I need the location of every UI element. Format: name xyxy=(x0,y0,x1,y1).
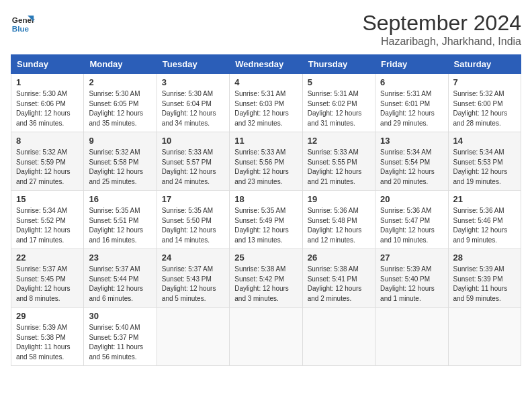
calendar-day: 3Sunrise: 5:30 AM Sunset: 6:04 PM Daylig… xyxy=(157,74,229,132)
weekday-thursday: Thursday xyxy=(302,55,375,74)
day-number: 11 xyxy=(234,136,297,146)
calendar-day: 7Sunrise: 5:32 AM Sunset: 6:00 PM Daylig… xyxy=(448,74,521,132)
weekday-header-row: SundayMondayTuesdayWednesdayThursdayFrid… xyxy=(11,55,521,74)
day-number: 13 xyxy=(380,136,443,146)
calendar-day: 20Sunrise: 5:36 AM Sunset: 5:47 PM Dayli… xyxy=(375,191,448,249)
day-info: Sunrise: 5:34 AM Sunset: 5:54 PM Dayligh… xyxy=(380,148,443,187)
day-info: Sunrise: 5:34 AM Sunset: 5:53 PM Dayligh… xyxy=(453,148,516,187)
calendar-day: 2Sunrise: 5:30 AM Sunset: 6:05 PM Daylig… xyxy=(84,74,157,132)
day-number: 14 xyxy=(453,136,516,146)
day-number: 7 xyxy=(453,77,516,87)
weekday-wednesday: Wednesday xyxy=(230,55,302,74)
calendar-day: 30Sunrise: 5:40 AM Sunset: 5:37 PM Dayli… xyxy=(84,308,157,366)
day-info: Sunrise: 5:35 AM Sunset: 5:49 PM Dayligh… xyxy=(234,206,297,245)
day-number: 5 xyxy=(308,77,370,87)
day-number: 8 xyxy=(16,136,79,146)
weekday-monday: Monday xyxy=(84,55,157,74)
day-number: 16 xyxy=(89,194,151,204)
calendar-day: 23Sunrise: 5:37 AM Sunset: 5:44 PM Dayli… xyxy=(84,249,157,308)
calendar-day: 13Sunrise: 5:34 AM Sunset: 5:54 PM Dayli… xyxy=(375,132,448,191)
day-number: 21 xyxy=(453,194,516,204)
day-number: 6 xyxy=(380,77,443,87)
calendar-day: 29Sunrise: 5:39 AM Sunset: 5:38 PM Dayli… xyxy=(11,308,84,366)
day-info: Sunrise: 5:39 AM Sunset: 5:39 PM Dayligh… xyxy=(453,265,516,304)
page-header: General Blue September 2024 Hazaribagh, … xyxy=(11,11,521,48)
calendar-day: 15Sunrise: 5:34 AM Sunset: 5:52 PM Dayli… xyxy=(11,191,84,249)
day-info: Sunrise: 5:38 AM Sunset: 5:42 PM Dayligh… xyxy=(234,265,297,304)
day-info: Sunrise: 5:30 AM Sunset: 6:06 PM Dayligh… xyxy=(16,89,79,128)
day-number: 25 xyxy=(234,253,297,263)
day-info: Sunrise: 5:38 AM Sunset: 5:41 PM Dayligh… xyxy=(308,265,370,304)
day-number: 24 xyxy=(162,253,224,263)
day-number: 30 xyxy=(89,311,151,321)
day-number: 27 xyxy=(380,253,443,263)
calendar-day xyxy=(230,308,302,366)
day-info: Sunrise: 5:31 AM Sunset: 6:03 PM Dayligh… xyxy=(234,89,297,128)
calendar-day xyxy=(302,308,375,366)
day-info: Sunrise: 5:31 AM Sunset: 6:01 PM Dayligh… xyxy=(380,89,443,128)
calendar-day: 6Sunrise: 5:31 AM Sunset: 6:01 PM Daylig… xyxy=(375,74,448,132)
day-number: 20 xyxy=(380,194,443,204)
title-block: September 2024 Hazaribagh, Jharkhand, In… xyxy=(362,11,521,48)
day-info: Sunrise: 5:36 AM Sunset: 5:48 PM Dayligh… xyxy=(308,206,370,245)
calendar-week-5: 29Sunrise: 5:39 AM Sunset: 5:38 PM Dayli… xyxy=(11,308,521,366)
calendar-day: 25Sunrise: 5:38 AM Sunset: 5:42 PM Dayli… xyxy=(230,249,302,308)
day-info: Sunrise: 5:33 AM Sunset: 5:56 PM Dayligh… xyxy=(234,148,297,187)
calendar-day: 4Sunrise: 5:31 AM Sunset: 6:03 PM Daylig… xyxy=(230,74,302,132)
calendar-day: 24Sunrise: 5:37 AM Sunset: 5:43 PM Dayli… xyxy=(157,249,229,308)
day-number: 28 xyxy=(453,253,516,263)
day-number: 18 xyxy=(234,194,297,204)
day-number: 3 xyxy=(162,77,224,87)
day-number: 29 xyxy=(16,311,79,321)
day-number: 17 xyxy=(162,194,224,204)
day-info: Sunrise: 5:33 AM Sunset: 5:55 PM Dayligh… xyxy=(308,148,370,187)
day-info: Sunrise: 5:36 AM Sunset: 5:47 PM Dayligh… xyxy=(380,206,443,245)
calendar-day: 10Sunrise: 5:33 AM Sunset: 5:57 PM Dayli… xyxy=(157,132,229,191)
day-info: Sunrise: 5:39 AM Sunset: 5:40 PM Dayligh… xyxy=(380,265,443,304)
calendar-day: 19Sunrise: 5:36 AM Sunset: 5:48 PM Dayli… xyxy=(302,191,375,249)
calendar-day: 9Sunrise: 5:32 AM Sunset: 5:58 PM Daylig… xyxy=(84,132,157,191)
day-number: 15 xyxy=(16,194,79,204)
calendar-day xyxy=(375,308,448,366)
weekday-sunday: Sunday xyxy=(11,55,84,74)
svg-text:Blue: Blue xyxy=(12,24,30,33)
day-info: Sunrise: 5:33 AM Sunset: 5:57 PM Dayligh… xyxy=(162,148,224,187)
day-info: Sunrise: 5:31 AM Sunset: 6:02 PM Dayligh… xyxy=(308,89,370,128)
day-number: 12 xyxy=(308,136,370,146)
logo-icon: General Blue xyxy=(11,11,35,35)
day-number: 10 xyxy=(162,136,224,146)
calendar-week-4: 22Sunrise: 5:37 AM Sunset: 5:45 PM Dayli… xyxy=(11,249,521,308)
calendar-body: 1Sunrise: 5:30 AM Sunset: 6:06 PM Daylig… xyxy=(11,74,521,366)
calendar-week-1: 1Sunrise: 5:30 AM Sunset: 6:06 PM Daylig… xyxy=(11,74,521,132)
day-info: Sunrise: 5:39 AM Sunset: 5:38 PM Dayligh… xyxy=(16,323,79,362)
calendar-day: 11Sunrise: 5:33 AM Sunset: 5:56 PM Dayli… xyxy=(230,132,302,191)
calendar-day: 17Sunrise: 5:35 AM Sunset: 5:50 PM Dayli… xyxy=(157,191,229,249)
day-number: 2 xyxy=(89,77,151,87)
day-info: Sunrise: 5:37 AM Sunset: 5:45 PM Dayligh… xyxy=(16,265,79,304)
day-info: Sunrise: 5:32 AM Sunset: 6:00 PM Dayligh… xyxy=(453,89,516,128)
calendar-week-3: 15Sunrise: 5:34 AM Sunset: 5:52 PM Dayli… xyxy=(11,191,521,249)
day-info: Sunrise: 5:36 AM Sunset: 5:46 PM Dayligh… xyxy=(453,206,516,245)
calendar-title: September 2024 xyxy=(362,11,521,36)
calendar-subtitle: Hazaribagh, Jharkhand, India xyxy=(362,36,521,48)
day-info: Sunrise: 5:35 AM Sunset: 5:51 PM Dayligh… xyxy=(89,206,151,245)
day-number: 9 xyxy=(89,136,151,146)
calendar-day: 14Sunrise: 5:34 AM Sunset: 5:53 PM Dayli… xyxy=(448,132,521,191)
calendar-day xyxy=(157,308,229,366)
day-info: Sunrise: 5:35 AM Sunset: 5:50 PM Dayligh… xyxy=(162,206,224,245)
calendar-table: SundayMondayTuesdayWednesdayThursdayFrid… xyxy=(11,54,521,366)
calendar-day: 5Sunrise: 5:31 AM Sunset: 6:02 PM Daylig… xyxy=(302,74,375,132)
day-number: 22 xyxy=(16,253,79,263)
calendar-day: 12Sunrise: 5:33 AM Sunset: 5:55 PM Dayli… xyxy=(302,132,375,191)
calendar-day: 26Sunrise: 5:38 AM Sunset: 5:41 PM Dayli… xyxy=(302,249,375,308)
calendar-day: 22Sunrise: 5:37 AM Sunset: 5:45 PM Dayli… xyxy=(11,249,84,308)
weekday-tuesday: Tuesday xyxy=(157,55,229,74)
day-info: Sunrise: 5:37 AM Sunset: 5:44 PM Dayligh… xyxy=(89,265,151,304)
day-info: Sunrise: 5:30 AM Sunset: 6:04 PM Dayligh… xyxy=(162,89,224,128)
day-info: Sunrise: 5:32 AM Sunset: 5:58 PM Dayligh… xyxy=(89,148,151,187)
logo: General Blue xyxy=(11,11,35,35)
day-number: 26 xyxy=(308,253,370,263)
calendar-day: 28Sunrise: 5:39 AM Sunset: 5:39 PM Dayli… xyxy=(448,249,521,308)
calendar-day: 21Sunrise: 5:36 AM Sunset: 5:46 PM Dayli… xyxy=(448,191,521,249)
day-info: Sunrise: 5:40 AM Sunset: 5:37 PM Dayligh… xyxy=(89,323,151,362)
